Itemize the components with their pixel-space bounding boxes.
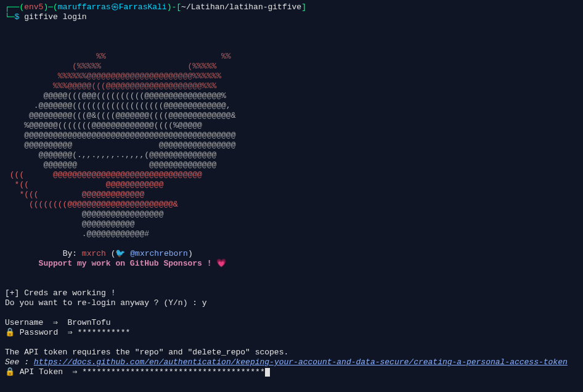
password-line: 🔒 Password ⇒ *********** bbox=[5, 328, 578, 338]
terminal[interactable]: ┌──(env5)─(maruffarras㉿FarrasKali)-[~/La… bbox=[5, 2, 578, 377]
token-value: ************************************** bbox=[82, 367, 264, 377]
docs-link[interactable]: https://docs.github.com/en/authenticatio… bbox=[34, 357, 568, 367]
author-handle: @mxrchreborn bbox=[130, 249, 188, 258]
cwd: ~/Latihan/latihan-gitfive bbox=[181, 2, 301, 12]
author-name: mxrch bbox=[82, 249, 106, 258]
prompt-line: ┌──(env5)─(maruffarras㉿FarrasKali)-[~/La… bbox=[5, 2, 578, 12]
ascii-logo: %% %% (%%%%% (%%%%% %%%%%%@@@@@@@@@@@@@@… bbox=[5, 52, 578, 239]
venv-name: env5 bbox=[24, 2, 43, 12]
username-line: Username ⇒ BrownTofu bbox=[5, 318, 578, 328]
see-link-line: See : https://docs.github.com/en/authent… bbox=[5, 357, 578, 367]
command: gitfive login bbox=[24, 12, 86, 22]
lock-icon: 🔒 bbox=[5, 367, 15, 377]
cursor bbox=[265, 368, 270, 377]
user-host: maruffarras㉿FarrasKali bbox=[58, 2, 167, 12]
relogin-prompt: Do you want to re-login anyway ? (Y/n) :… bbox=[5, 298, 578, 308]
lock-icon: 🔒 bbox=[5, 328, 15, 337]
command-line: └─$ gitfive login bbox=[5, 12, 578, 22]
password-value: *********** bbox=[77, 328, 130, 337]
scopes-info: The API token requires the "repo" and "d… bbox=[5, 348, 578, 357]
heart-icon: 💗 bbox=[216, 259, 226, 268]
support-line: Support my work on GitHub Sponsors ! 💗 bbox=[5, 259, 578, 269]
token-line[interactable]: 🔒 API Token ⇒ **************************… bbox=[5, 367, 578, 377]
author-line: By: mxrch (🐦 @mxrchreborn) bbox=[5, 249, 578, 259]
creds-status: [+] Creds are working ! bbox=[5, 288, 578, 298]
username-value: BrownTofu bbox=[67, 318, 110, 327]
